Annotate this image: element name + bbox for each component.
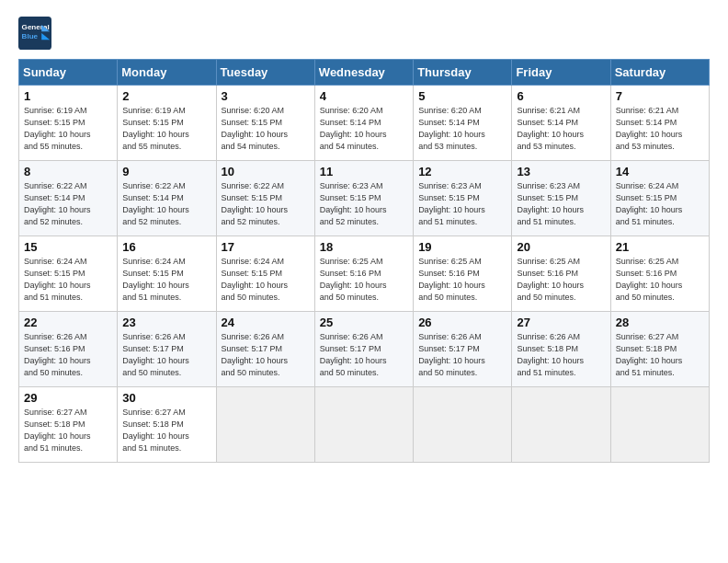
table-row: 12Sunrise: 6:23 AM Sunset: 5:15 PM Dayli… [414,161,512,236]
day-number: 21 [616,240,704,254]
table-row: 28Sunrise: 6:27 AM Sunset: 5:18 PM Dayli… [610,312,709,387]
table-row: 3Sunrise: 6:20 AM Sunset: 5:15 PM Daylig… [216,86,314,161]
table-row: 5Sunrise: 6:20 AM Sunset: 5:14 PM Daylig… [414,86,512,161]
page: General Blue Sunday Monday Tuesday Wedne… [0,0,728,563]
table-row: 30Sunrise: 6:27 AM Sunset: 5:18 PM Dayli… [118,387,216,463]
table-row [314,387,413,463]
calendar-header-row: Sunday Monday Tuesday Wednesday Thursday… [19,60,710,86]
day-number: 1 [24,89,112,103]
col-tuesday: Tuesday [216,60,314,86]
table-row: 17Sunrise: 6:24 AM Sunset: 5:15 PM Dayli… [216,236,314,312]
day-number: 24 [222,316,310,329]
table-row [216,387,314,463]
table-row: 13Sunrise: 6:23 AM Sunset: 5:15 PM Dayli… [512,161,610,236]
day-number: 28 [616,316,704,329]
table-row: 6Sunrise: 6:21 AM Sunset: 5:14 PM Daylig… [512,86,610,161]
day-number: 23 [122,316,210,329]
day-number: 10 [222,165,310,178]
day-number: 20 [517,240,605,254]
day-info: Sunrise: 6:25 AM Sunset: 5:16 PM Dayligh… [320,256,408,304]
table-row: 2Sunrise: 6:19 AM Sunset: 5:15 PM Daylig… [118,86,216,161]
day-info: Sunrise: 6:19 AM Sunset: 5:15 PM Dayligh… [24,105,112,153]
day-info: Sunrise: 6:26 AM Sunset: 5:16 PM Dayligh… [24,331,112,379]
table-row: 16Sunrise: 6:24 AM Sunset: 5:15 PM Dayli… [118,236,216,312]
day-info: Sunrise: 6:23 AM Sunset: 5:15 PM Dayligh… [418,180,506,228]
day-number: 17 [222,240,310,254]
header: General Blue [18,17,710,50]
day-info: Sunrise: 6:25 AM Sunset: 5:16 PM Dayligh… [418,256,506,304]
day-info: Sunrise: 6:23 AM Sunset: 5:15 PM Dayligh… [517,180,605,228]
day-info: Sunrise: 6:27 AM Sunset: 5:18 PM Dayligh… [122,407,210,454]
day-info: Sunrise: 6:21 AM Sunset: 5:14 PM Dayligh… [616,105,704,153]
day-info: Sunrise: 6:22 AM Sunset: 5:15 PM Dayligh… [222,180,310,228]
table-row: 19Sunrise: 6:25 AM Sunset: 5:16 PM Dayli… [414,236,512,312]
table-row: 25Sunrise: 6:26 AM Sunset: 5:17 PM Dayli… [314,312,413,387]
day-number: 13 [517,165,605,178]
day-number: 8 [24,165,112,178]
day-info: Sunrise: 6:19 AM Sunset: 5:15 PM Dayligh… [122,105,210,153]
table-row [512,387,610,463]
day-info: Sunrise: 6:20 AM Sunset: 5:15 PM Dayligh… [222,105,310,153]
day-info: Sunrise: 6:21 AM Sunset: 5:14 PM Dayligh… [517,105,605,153]
day-info: Sunrise: 6:23 AM Sunset: 5:15 PM Dayligh… [320,180,408,228]
table-row: 22Sunrise: 6:26 AM Sunset: 5:16 PM Dayli… [19,312,118,387]
col-monday: Monday [118,60,216,86]
day-info: Sunrise: 6:20 AM Sunset: 5:14 PM Dayligh… [418,105,506,153]
calendar: Sunday Monday Tuesday Wednesday Thursday… [18,59,710,463]
col-saturday: Saturday [610,60,709,86]
day-number: 2 [122,89,210,103]
table-row: 8Sunrise: 6:22 AM Sunset: 5:14 PM Daylig… [19,161,118,236]
table-row: 20Sunrise: 6:25 AM Sunset: 5:16 PM Dayli… [512,236,610,312]
table-row: 7Sunrise: 6:21 AM Sunset: 5:14 PM Daylig… [610,86,709,161]
day-number: 7 [616,89,704,103]
day-info: Sunrise: 6:22 AM Sunset: 5:14 PM Dayligh… [24,180,112,228]
day-number: 22 [24,316,112,329]
day-number: 9 [122,165,210,178]
day-info: Sunrise: 6:24 AM Sunset: 5:15 PM Dayligh… [222,256,310,304]
col-friday: Friday [512,60,610,86]
day-info: Sunrise: 6:26 AM Sunset: 5:17 PM Dayligh… [320,331,408,379]
day-number: 5 [418,89,506,103]
day-info: Sunrise: 6:24 AM Sunset: 5:15 PM Dayligh… [122,256,210,304]
day-info: Sunrise: 6:22 AM Sunset: 5:14 PM Dayligh… [122,180,210,228]
logo: General Blue [18,17,57,50]
table-row: 24Sunrise: 6:26 AM Sunset: 5:17 PM Dayli… [216,312,314,387]
table-row: 9Sunrise: 6:22 AM Sunset: 5:14 PM Daylig… [118,161,216,236]
table-row: 21Sunrise: 6:25 AM Sunset: 5:16 PM Dayli… [610,236,709,312]
day-number: 26 [418,316,506,329]
day-info: Sunrise: 6:26 AM Sunset: 5:17 PM Dayligh… [122,331,210,379]
logo-icon: General Blue [18,17,51,50]
table-row: 29Sunrise: 6:27 AM Sunset: 5:18 PM Dayli… [19,387,118,463]
day-info: Sunrise: 6:25 AM Sunset: 5:16 PM Dayligh… [616,256,704,304]
table-row: 11Sunrise: 6:23 AM Sunset: 5:15 PM Dayli… [314,161,413,236]
day-number: 12 [418,165,506,178]
table-row: 23Sunrise: 6:26 AM Sunset: 5:17 PM Dayli… [118,312,216,387]
day-info: Sunrise: 6:26 AM Sunset: 5:17 PM Dayligh… [222,331,310,379]
day-info: Sunrise: 6:27 AM Sunset: 5:18 PM Dayligh… [616,331,704,379]
table-row: 27Sunrise: 6:26 AM Sunset: 5:18 PM Dayli… [512,312,610,387]
day-info: Sunrise: 6:26 AM Sunset: 5:17 PM Dayligh… [418,331,506,379]
day-info: Sunrise: 6:24 AM Sunset: 5:15 PM Dayligh… [616,180,704,228]
table-row: 4Sunrise: 6:20 AM Sunset: 5:14 PM Daylig… [314,86,413,161]
day-number: 18 [320,240,408,254]
day-info: Sunrise: 6:26 AM Sunset: 5:18 PM Dayligh… [517,331,605,379]
day-number: 6 [517,89,605,103]
table-row: 26Sunrise: 6:26 AM Sunset: 5:17 PM Dayli… [414,312,512,387]
day-number: 11 [320,165,408,178]
col-thursday: Thursday [414,60,512,86]
day-info: Sunrise: 6:27 AM Sunset: 5:18 PM Dayligh… [24,407,112,454]
day-number: 29 [24,391,112,405]
table-row: 10Sunrise: 6:22 AM Sunset: 5:15 PM Dayli… [216,161,314,236]
day-info: Sunrise: 6:25 AM Sunset: 5:16 PM Dayligh… [517,256,605,304]
table-row: 18Sunrise: 6:25 AM Sunset: 5:16 PM Dayli… [314,236,413,312]
day-number: 25 [320,316,408,329]
day-number: 14 [616,165,704,178]
table-row: 15Sunrise: 6:24 AM Sunset: 5:15 PM Dayli… [19,236,118,312]
day-number: 4 [320,89,408,103]
day-number: 3 [222,89,310,103]
col-wednesday: Wednesday [314,60,413,86]
day-number: 30 [122,391,210,405]
svg-text:Blue: Blue [22,32,39,40]
table-row: 1Sunrise: 6:19 AM Sunset: 5:15 PM Daylig… [19,86,118,161]
table-row [414,387,512,463]
